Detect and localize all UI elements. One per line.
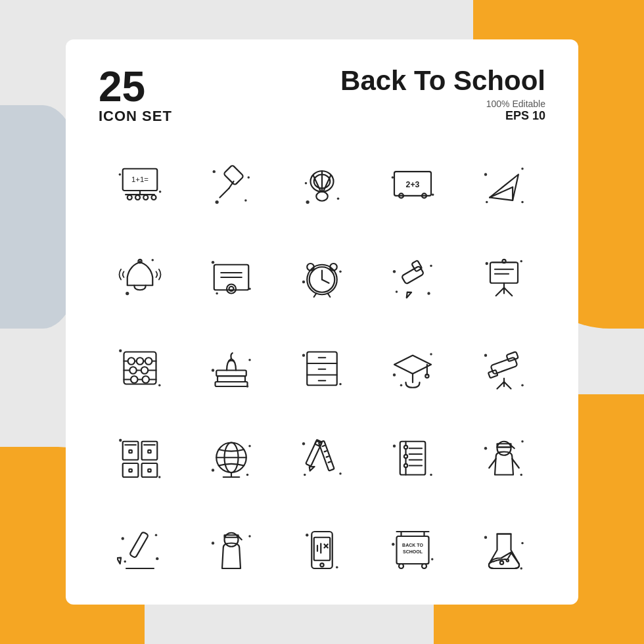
svg-point-175 <box>124 561 127 563</box>
svg-point-92 <box>211 369 214 371</box>
svg-point-116 <box>484 354 487 357</box>
icon-presentation-board <box>463 235 545 318</box>
icon-graduate-person <box>463 417 545 500</box>
icon-pushpin <box>189 145 272 227</box>
svg-point-146 <box>302 442 305 445</box>
svg-point-48 <box>248 287 251 290</box>
icon-math-board: 2+3 <box>371 145 454 227</box>
svg-rect-90 <box>218 376 245 382</box>
svg-point-40 <box>126 291 129 294</box>
svg-point-62 <box>393 270 396 273</box>
svg-point-205 <box>520 567 522 570</box>
svg-point-59 <box>339 270 342 273</box>
svg-point-117 <box>521 384 524 387</box>
svg-text:1+1=: 1+1= <box>131 175 149 183</box>
eps-label: EPS 10 <box>340 109 545 123</box>
svg-line-144 <box>327 457 329 457</box>
svg-line-145 <box>329 462 331 463</box>
svg-point-30 <box>392 176 394 179</box>
svg-point-83 <box>129 367 137 374</box>
icon-alarm-clock <box>281 235 363 318</box>
svg-point-2 <box>127 195 132 200</box>
icon-lockers <box>99 417 181 500</box>
main-card: 25 ICON SET Back To School 100% Editable… <box>66 39 578 605</box>
svg-point-31 <box>432 194 434 196</box>
svg-rect-111 <box>506 352 518 361</box>
header-right: Back To School 100% Editable EPS 10 <box>340 66 545 123</box>
svg-line-11 <box>219 189 229 198</box>
icon-pen-writing <box>99 509 181 591</box>
svg-point-36 <box>521 168 524 170</box>
svg-point-147 <box>339 472 342 475</box>
svg-point-156 <box>404 455 407 458</box>
background: 25 ICON SET Back To School 100% Editable… <box>0 0 644 644</box>
svg-rect-121 <box>142 463 158 477</box>
svg-point-23 <box>305 182 308 185</box>
svg-marker-177 <box>224 535 238 538</box>
svg-point-4 <box>143 195 148 200</box>
page-title: Back To School <box>340 66 545 96</box>
editable-label: 100% Editable <box>340 99 545 109</box>
icon-mobile-phone <box>281 509 363 591</box>
svg-point-37 <box>521 201 524 204</box>
svg-point-189 <box>336 566 338 568</box>
svg-point-148 <box>304 474 306 476</box>
svg-rect-89 <box>216 371 246 377</box>
icon-student <box>189 509 272 591</box>
svg-point-197 <box>422 564 426 568</box>
svg-rect-91 <box>215 382 247 386</box>
icon-shuttlecock <box>281 145 363 227</box>
svg-point-49 <box>216 292 218 294</box>
icon-books-apple <box>189 327 272 409</box>
svg-marker-170 <box>117 556 123 564</box>
svg-point-9 <box>159 191 162 193</box>
icons-grid: 1+1= <box>99 145 545 591</box>
svg-point-204 <box>521 542 524 545</box>
svg-point-167 <box>521 440 524 443</box>
svg-point-3 <box>135 195 140 200</box>
svg-point-198 <box>392 543 394 545</box>
icon-notebook <box>371 417 454 500</box>
svg-rect-125 <box>148 469 150 472</box>
svg-point-35 <box>484 173 487 176</box>
svg-rect-66 <box>490 262 518 283</box>
svg-point-63 <box>430 264 433 267</box>
icon-school-bell <box>99 235 181 318</box>
svg-point-129 <box>158 476 161 479</box>
icon-paper-plane <box>463 145 545 227</box>
svg-point-158 <box>393 445 396 448</box>
svg-point-128 <box>119 439 122 442</box>
svg-point-75 <box>520 260 522 262</box>
svg-point-82 <box>145 357 152 365</box>
icon-graduation-hat <box>371 327 454 409</box>
svg-rect-124 <box>129 469 132 472</box>
svg-line-114 <box>497 382 504 389</box>
icon-drawers <box>281 327 363 409</box>
icon-count: 25 <box>99 66 172 108</box>
svg-point-174 <box>156 557 158 560</box>
svg-line-143 <box>325 451 327 452</box>
svg-point-183 <box>320 563 323 566</box>
icon-pencil-ruler <box>281 417 363 500</box>
svg-point-41 <box>152 259 154 262</box>
svg-point-47 <box>211 261 214 264</box>
svg-line-142 <box>323 446 325 446</box>
svg-point-74 <box>485 262 488 264</box>
svg-point-45 <box>227 284 236 293</box>
svg-rect-123 <box>148 450 150 453</box>
svg-point-65 <box>396 290 398 293</box>
svg-point-84 <box>141 367 149 374</box>
svg-line-57 <box>328 293 331 296</box>
svg-point-109 <box>400 384 403 387</box>
svg-point-73 <box>502 259 505 262</box>
svg-line-56 <box>314 293 317 296</box>
header-left: 25 ICON SET <box>99 66 172 125</box>
svg-point-17 <box>316 192 328 201</box>
svg-line-70 <box>496 287 504 295</box>
svg-point-80 <box>128 357 135 365</box>
svg-point-24 <box>337 198 340 200</box>
svg-rect-169 <box>129 532 149 558</box>
svg-text:SCHOOL: SCHOOL <box>403 549 423 554</box>
svg-text:BACK TO: BACK TO <box>403 543 424 547</box>
svg-text:2+3: 2+3 <box>406 180 420 189</box>
